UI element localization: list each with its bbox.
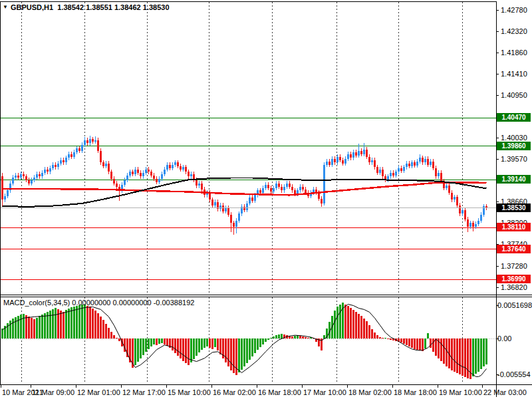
- macd-histogram-bar: [185, 338, 187, 363]
- candle-body: [44, 170, 46, 173]
- macd-histogram-bar: [435, 338, 437, 356]
- candle-body: [137, 170, 139, 173]
- candle-body: [379, 170, 381, 173]
- price-badge-green: 1.40470: [497, 113, 531, 122]
- candle-body: [142, 173, 144, 177]
- candle-body: [238, 213, 240, 220]
- macd-histogram-bar: [113, 335, 115, 338]
- macd-histogram-bar: [206, 338, 208, 346]
- macd-histogram-bar: [70, 307, 72, 338]
- candle-body: [63, 160, 65, 162]
- candle-body: [49, 168, 51, 172]
- candle-body: [177, 162, 179, 166]
- candle-body: [150, 172, 152, 176]
- candle-body: [78, 148, 80, 150]
- candle-body: [86, 140, 88, 143]
- macd-histogram-bar: [446, 338, 448, 366]
- candle-body: [273, 188, 275, 192]
- candle-body: [432, 162, 434, 168]
- macd-histogram-bar: [52, 309, 54, 338]
- candle-body: [392, 173, 394, 176]
- candle-body: [73, 152, 75, 157]
- macd-histogram-bar: [9, 321, 11, 338]
- time-label: 12 Mar 17:00: [122, 388, 166, 396]
- candle-body: [454, 197, 456, 200]
- macd-histogram-bar: [219, 338, 221, 354]
- macd-histogram-bar: [462, 338, 464, 376]
- macd-histogram-bar: [172, 338, 174, 350]
- candle-body: [126, 176, 128, 180]
- price-badge-red: 1.36990: [497, 275, 531, 283]
- macd-histogram-bar: [108, 328, 110, 338]
- macd-histogram-bar: [97, 313, 99, 338]
- macd-histogram-bar: [25, 315, 27, 338]
- macd-histogram-bar: [259, 338, 261, 347]
- candle-body: [254, 195, 256, 200]
- macd-histogram-bar: [203, 338, 205, 348]
- macd-histogram-bar: [105, 324, 107, 338]
- candle-body: [477, 221, 479, 224]
- candle-body: [113, 179, 115, 184]
- macd-histogram-bar: [100, 317, 102, 338]
- candle-body: [305, 190, 307, 193]
- candle-body: [336, 157, 338, 162]
- time-label: 19 Mar 10:00: [439, 388, 482, 396]
- macd-histogram-bar: [414, 338, 416, 349]
- price-badge-green: 1.39140: [497, 175, 531, 184]
- candle-body: [472, 223, 474, 227]
- candle-body: [211, 200, 213, 205]
- candle-body: [190, 174, 192, 176]
- candle-body: [424, 159, 426, 163]
- candle-body: [331, 159, 333, 165]
- price-badge-black: 1.38530: [497, 203, 531, 212]
- candle-body: [153, 176, 155, 179]
- macd-histogram-bar: [81, 305, 83, 338]
- chart-canvas[interactable]: [0, 0, 532, 399]
- candle-body: [302, 187, 304, 190]
- macd-histogram-bar: [281, 334, 283, 338]
- candle-body: [124, 180, 126, 185]
- chart-menu-triangle-icon[interactable]: ▼: [3, 4, 8, 10]
- macd-histogram-bar: [408, 338, 410, 346]
- macd-histogram-bar: [1, 329, 3, 338]
- candle-body: [227, 208, 229, 215]
- price-badge-green: 1.39860: [497, 142, 531, 150]
- macd-histogram-bar: [243, 338, 245, 366]
- macd-histogram-bar: [201, 338, 203, 350]
- candle-body: [283, 187, 285, 191]
- macd-histogram-bar: [249, 338, 251, 360]
- macd-histogram-bar: [424, 338, 426, 348]
- macd-histogram-bar: [390, 338, 392, 340]
- candle-body: [243, 207, 245, 210]
- macd-histogram-bar: [483, 338, 485, 366]
- candle-body: [440, 173, 442, 182]
- macd-histogram-bar: [302, 336, 304, 338]
- price-tick-label: 1.40950: [501, 91, 527, 99]
- macd-histogram-bar: [174, 338, 176, 353]
- macd-histogram-bar: [355, 312, 357, 338]
- candle-body: [233, 223, 235, 227]
- macd-histogram-bar: [251, 338, 253, 356]
- candle-body: [485, 206, 487, 207]
- candle-body: [467, 219, 469, 227]
- candle-body: [291, 187, 293, 191]
- macd-histogram-bar: [68, 309, 70, 338]
- macd-histogram-bar: [427, 333, 429, 338]
- candle-body: [390, 173, 392, 177]
- macd-histogram-bar: [193, 338, 195, 359]
- candle-body: [41, 173, 43, 177]
- macd-histogram-bar: [387, 338, 389, 339]
- candle-body: [376, 167, 378, 172]
- candle-body: [225, 208, 227, 211]
- macd-histogram-bar: [161, 338, 163, 343]
- macd-histogram-bar: [451, 338, 453, 370]
- price-tick-label: 1.42780: [501, 6, 527, 14]
- macd-histogram-bar: [198, 338, 200, 352]
- macd-histogram-bar: [344, 305, 346, 338]
- macd-histogram-bar: [49, 311, 51, 338]
- candle-body: [164, 170, 166, 174]
- candle-body: [230, 215, 232, 223]
- price-tick-label: 1.39570: [501, 155, 527, 163]
- macd-histogram-bar: [164, 338, 166, 344]
- candle-body: [459, 205, 461, 214]
